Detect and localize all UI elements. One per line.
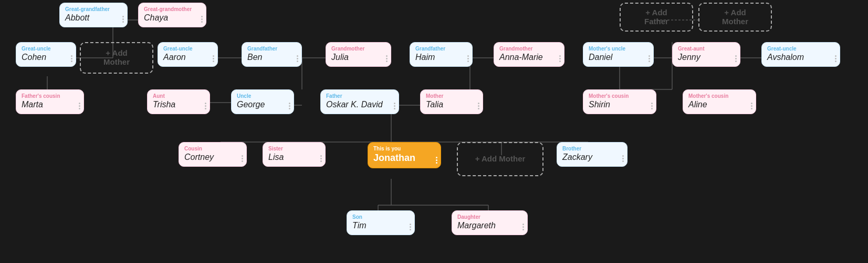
great-aunt-jenny-dots[interactable] bbox=[735, 55, 737, 62]
cousin-cortney-dots[interactable] bbox=[242, 155, 243, 162]
great-uncle-cohen-dots[interactable] bbox=[71, 55, 72, 62]
uncle-george-dots[interactable] bbox=[289, 103, 290, 109]
daughter-margareth-dots[interactable] bbox=[522, 224, 524, 230]
add-mother-top-left-button[interactable]: + Add Mother bbox=[80, 42, 153, 74]
grandfather-ben-label: Grandfather bbox=[247, 46, 296, 52]
great-aunt-jenny-name: Jenny bbox=[678, 53, 735, 62]
mothers-cousin-aline-name: Aline bbox=[688, 100, 750, 109]
connector-lines bbox=[0, 0, 868, 263]
add-mother-top-right-label[interactable]: + Add Mother bbox=[705, 3, 766, 31]
mother-talia-dots[interactable] bbox=[478, 103, 479, 109]
son-tim-dots[interactable] bbox=[410, 224, 411, 230]
mothers-uncle-daniel-node[interactable]: Mother's uncle Daniel bbox=[583, 42, 654, 67]
grandfather-haim-name: Haim bbox=[415, 53, 467, 62]
great-grandfather-name: Abbott bbox=[65, 13, 122, 23]
great-grandmother-node[interactable]: Great-grandmother Chaya bbox=[138, 3, 206, 27]
add-mother-mid-label[interactable]: + Add Mother bbox=[468, 149, 533, 168]
great-uncle-avshalom-name: Avshalom bbox=[767, 53, 834, 62]
grandfather-ben-dots[interactable] bbox=[297, 55, 298, 62]
great-uncle-aaron-name: Aaron bbox=[163, 53, 212, 62]
aunt-trisha-label: Aunt bbox=[153, 93, 204, 99]
grandfather-haim-dots[interactable] bbox=[467, 55, 469, 62]
add-mother-mid-button[interactable]: + Add Mother bbox=[457, 142, 543, 176]
sister-lisa-node[interactable]: Sister Lisa bbox=[263, 142, 326, 167]
great-uncle-aaron-node[interactable]: Great-uncle Aaron bbox=[158, 42, 218, 67]
great-grandmother-label: Great-grandmother bbox=[144, 6, 201, 12]
father-oskar-label: Father bbox=[326, 93, 393, 99]
daughter-margareth-name: Margareth bbox=[457, 221, 522, 230]
fathers-cousin-marta-dots[interactable] bbox=[79, 103, 80, 109]
grandmother-anna-marie-node[interactable]: Grandmother Anna-Marie bbox=[494, 42, 564, 67]
great-aunt-jenny-node[interactable]: Great-aunt Jenny bbox=[672, 42, 740, 67]
mothers-cousin-shirin-label: Mother's cousin bbox=[589, 93, 651, 99]
aunt-trisha-node[interactable]: Aunt Trisha bbox=[147, 89, 210, 114]
sister-lisa-name: Lisa bbox=[268, 153, 320, 162]
add-father-top-label[interactable]: + Add Father bbox=[626, 3, 687, 31]
brother-zackary-label: Brother bbox=[562, 146, 622, 151]
fathers-cousin-marta-label: Father's cousin bbox=[22, 93, 78, 99]
mother-talia-label: Mother bbox=[426, 93, 477, 99]
brother-zackary-dots[interactable] bbox=[622, 155, 624, 162]
uncle-george-node[interactable]: Uncle George bbox=[231, 89, 294, 114]
great-uncle-aaron-label: Great-uncle bbox=[163, 46, 212, 52]
mothers-cousin-aline-label: Mother's cousin bbox=[688, 93, 750, 99]
mother-talia-node[interactable]: Mother Talia bbox=[420, 89, 483, 114]
brother-zackary-name: Zackary bbox=[562, 153, 622, 162]
fathers-cousin-marta-node[interactable]: Father's cousin Marta bbox=[16, 89, 84, 114]
add-mother-top-right-button[interactable]: + Add Mother bbox=[698, 3, 772, 32]
great-uncle-cohen-name: Cohen bbox=[22, 53, 70, 62]
mothers-cousin-aline-node[interactable]: Mother's cousin Aline bbox=[683, 89, 756, 114]
son-tim-node[interactable]: Son Tim bbox=[347, 210, 415, 235]
great-grandfather-node[interactable]: Great-grandfather Abbott bbox=[59, 3, 128, 27]
jonathan-you-label: This is you bbox=[373, 146, 435, 151]
jonathan-node[interactable]: This is you Jonathan bbox=[368, 142, 441, 168]
sister-lisa-dots[interactable] bbox=[320, 155, 322, 162]
great-uncle-cohen-node[interactable]: Great-uncle Cohen bbox=[16, 42, 76, 67]
daughter-margareth-label: Daughter bbox=[457, 214, 522, 220]
cousin-cortney-name: Cortney bbox=[184, 153, 241, 162]
son-tim-name: Tim bbox=[352, 221, 409, 230]
jonathan-name: Jonathan bbox=[373, 153, 435, 164]
grandfather-ben-node[interactable]: Grandfather Ben bbox=[242, 42, 302, 67]
great-uncle-avshalom-node[interactable]: Great-uncle Avshalom bbox=[761, 42, 840, 67]
aunt-trisha-name: Trisha bbox=[153, 100, 204, 109]
great-grandfather-label: Great-grandfather bbox=[65, 6, 122, 12]
sister-lisa-label: Sister bbox=[268, 146, 320, 151]
grandfather-haim-label: Grandfather bbox=[415, 46, 467, 52]
cousin-cortney-node[interactable]: Cousin Cortney bbox=[179, 142, 247, 167]
great-grandmother-dots[interactable] bbox=[201, 16, 203, 23]
father-oskar-dots[interactable] bbox=[394, 103, 395, 109]
mothers-cousin-shirin-name: Shirin bbox=[589, 100, 651, 109]
father-oskar-node[interactable]: Father Oskar K. David bbox=[320, 89, 399, 114]
grandmother-julia-name: Julia bbox=[331, 53, 385, 62]
great-grandfather-dots[interactable] bbox=[122, 16, 124, 23]
grandmother-anna-marie-name: Anna-Marie bbox=[499, 53, 559, 62]
fathers-cousin-marta-name: Marta bbox=[22, 100, 78, 109]
aunt-trisha-dots[interactable] bbox=[205, 103, 206, 109]
grandfather-haim-node[interactable]: Grandfather Haim bbox=[410, 42, 473, 67]
grandmother-julia-label: Grandmother bbox=[331, 46, 385, 52]
grandfather-ben-name: Ben bbox=[247, 53, 296, 62]
uncle-george-label: Uncle bbox=[237, 93, 288, 99]
grandmother-julia-node[interactable]: Grandmother Julia bbox=[326, 42, 391, 67]
brother-zackary-node[interactable]: Brother Zackary bbox=[557, 142, 628, 167]
cousin-cortney-label: Cousin bbox=[184, 146, 241, 151]
mothers-uncle-daniel-label: Mother's uncle bbox=[589, 46, 648, 52]
great-uncle-avshalom-dots[interactable] bbox=[835, 55, 836, 62]
father-oskar-name: Oskar K. David bbox=[326, 100, 393, 109]
grandmother-julia-dots[interactable] bbox=[386, 55, 388, 62]
uncle-george-name: George bbox=[237, 100, 288, 109]
mothers-cousin-aline-dots[interactable] bbox=[751, 103, 752, 109]
mothers-cousin-shirin-dots[interactable] bbox=[651, 103, 653, 109]
great-uncle-aaron-dots[interactable] bbox=[213, 55, 214, 62]
add-mother-top-left-label[interactable]: + Add Mother bbox=[86, 43, 147, 72]
grandmother-anna-marie-label: Grandmother bbox=[499, 46, 559, 52]
mothers-cousin-shirin-node[interactable]: Mother's cousin Shirin bbox=[583, 89, 656, 114]
grandmother-anna-marie-dots[interactable] bbox=[559, 55, 561, 62]
add-father-top-button[interactable]: + Add Father bbox=[620, 3, 693, 32]
son-tim-label: Son bbox=[352, 214, 409, 220]
mothers-uncle-daniel-dots[interactable] bbox=[649, 55, 650, 62]
daughter-margareth-node[interactable]: Daughter Margareth bbox=[452, 210, 528, 235]
jonathan-dots[interactable] bbox=[436, 157, 437, 164]
family-tree: Great-grandfather Abbott Great-grandmoth… bbox=[0, 0, 868, 263]
